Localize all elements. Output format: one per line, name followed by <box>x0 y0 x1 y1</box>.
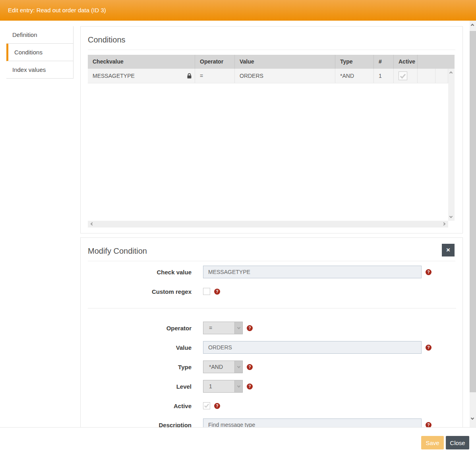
modal-title: Edit entry: Read out order data (ID 3) <box>8 7 106 13</box>
conditions-panel-title: Conditions <box>88 27 455 50</box>
column-header-spacer <box>418 55 455 69</box>
cell-active <box>394 69 418 83</box>
scrollbar-thumb[interactable] <box>470 31 476 392</box>
scroll-down-icon[interactable] <box>471 416 474 420</box>
type-select-value: *AND <box>209 364 223 370</box>
value-row: Value ? <box>88 341 431 354</box>
custom-regex-row: Custom regex ? <box>88 285 220 298</box>
sidebar-item-conditions[interactable]: Conditions <box>6 44 73 61</box>
conditions-table: Checkvalue Operator Value Type # Active … <box>88 55 455 83</box>
lock-icon <box>187 73 192 79</box>
custom-regex-help-icon[interactable]: ? <box>214 289 220 295</box>
close-button[interactable]: Close <box>446 436 469 449</box>
level-select-value: 1 <box>209 383 212 389</box>
check-value-row: Check value ? <box>88 266 431 278</box>
description-help-icon[interactable]: ? <box>426 422 431 428</box>
cell-empty-1 <box>418 69 435 83</box>
cell-number: 1 <box>374 69 394 83</box>
table-horizontal-scrollbar[interactable] <box>88 221 448 228</box>
value-input[interactable] <box>203 341 422 354</box>
chevron-down-icon <box>234 322 242 334</box>
scroll-down-icon[interactable] <box>449 215 453 218</box>
modify-condition-title: Modify Condition <box>88 238 455 261</box>
table-row[interactable]: MESSAGETYPE = ORDERS *AND 1 <box>88 69 455 83</box>
modal-footer: Save Close <box>0 427 476 455</box>
column-header-operator[interactable]: Operator <box>195 55 235 69</box>
level-select[interactable]: 1 <box>203 380 243 393</box>
cell-checkvalue: MESSAGETYPE <box>88 69 195 83</box>
column-header-value[interactable]: Value <box>235 55 335 69</box>
value-help-icon[interactable]: ? <box>426 345 431 351</box>
check-value-help-icon[interactable]: ? <box>426 269 431 275</box>
type-select[interactable]: *AND <box>203 361 243 373</box>
value-label: Value <box>88 344 203 351</box>
operator-label: Operator <box>88 325 203 332</box>
column-header-number[interactable]: # <box>374 55 394 69</box>
level-label: Level <box>88 383 203 390</box>
column-header-type[interactable]: Type <box>335 55 374 69</box>
check-value-label: Check value <box>88 269 203 276</box>
cell-type: *AND <box>335 69 374 83</box>
cell-empty-2 <box>435 69 448 83</box>
scroll-right-icon[interactable] <box>442 222 445 226</box>
description-input[interactable] <box>203 418 422 427</box>
column-header-checkvalue[interactable]: Checkvalue <box>88 55 195 69</box>
chevron-down-icon <box>234 380 242 392</box>
active-label: Active <box>88 403 203 409</box>
scroll-up-icon[interactable] <box>471 24 474 27</box>
type-help-icon[interactable]: ? <box>247 364 253 370</box>
operator-select[interactable]: = <box>203 322 243 334</box>
modify-condition-panel: Modify Condition × Check value ? Custom … <box>80 237 463 427</box>
column-header-active[interactable]: Active <box>394 55 418 69</box>
cell-checkvalue-text: MESSAGETYPE <box>93 73 135 79</box>
edit-entry-modal: Edit entry: Read out order data (ID 3) D… <box>0 0 476 455</box>
sidebar-item-definition[interactable]: Definition <box>6 26 73 44</box>
type-row: Type *AND ? <box>88 361 253 373</box>
cell-operator: = <box>195 69 235 83</box>
close-panel-button[interactable]: × <box>442 244 455 256</box>
check-value-input[interactable] <box>203 266 422 278</box>
custom-regex-label: Custom regex <box>88 288 203 295</box>
description-label: Description <box>88 422 203 428</box>
table-vertical-scrollbar[interactable] <box>448 69 455 221</box>
sidebar-item-index-values[interactable]: Index values <box>6 61 73 79</box>
level-help-icon[interactable]: ? <box>247 384 253 389</box>
conditions-table-header: Checkvalue Operator Value Type # Active <box>88 55 455 69</box>
operator-help-icon[interactable]: ? <box>247 325 253 331</box>
type-label: Type <box>88 364 203 370</box>
custom-regex-checkbox[interactable] <box>203 288 210 295</box>
operator-select-value: = <box>209 325 212 331</box>
description-row: Description ? <box>88 418 431 427</box>
form-divider <box>88 308 456 308</box>
save-button[interactable]: Save <box>421 436 444 449</box>
level-row: Level 1 ? <box>88 380 253 393</box>
sidebar-tabs: Definition Conditions Index values <box>6 26 74 79</box>
active-checkbox[interactable] <box>203 402 210 409</box>
modal-titlebar: Edit entry: Read out order data (ID 3) <box>0 0 476 21</box>
operator-row: Operator = ? <box>88 322 253 334</box>
scroll-left-icon[interactable] <box>91 222 94 226</box>
conditions-panel: Conditions Checkvalue Operator Value Typ… <box>80 26 463 233</box>
chevron-down-icon <box>234 361 242 373</box>
active-help-icon[interactable]: ? <box>214 403 220 409</box>
cell-value: ORDERS <box>235 69 335 83</box>
scroll-up-icon[interactable] <box>449 71 453 75</box>
modal-vertical-scrollbar[interactable] <box>470 21 476 427</box>
close-icon: × <box>446 246 450 254</box>
modal-body: Definition Conditions Index values Condi… <box>0 21 470 427</box>
row-active-checkbox[interactable] <box>399 71 407 80</box>
active-row: Active ? <box>88 399 220 412</box>
